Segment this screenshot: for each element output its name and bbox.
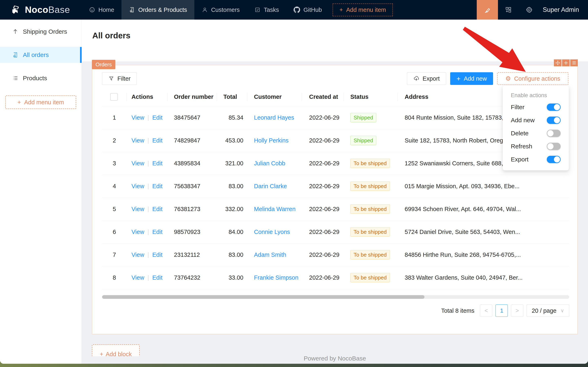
view-link[interactable]: View	[132, 274, 144, 281]
nav-item-label: GitHub	[303, 7, 322, 13]
row-actions: View|Edit	[126, 175, 168, 198]
add-block-button-clipped[interactable]: + Add block	[92, 344, 140, 356]
view-link[interactable]: View	[132, 251, 144, 258]
column-header-status[interactable]: Status	[344, 88, 397, 106]
column-header-order-number[interactable]: Order number	[168, 88, 217, 106]
view-link[interactable]: View	[132, 160, 144, 167]
pagination-next-button[interactable]: >	[511, 305, 523, 317]
ui-editor-button[interactable]	[477, 0, 498, 20]
view-link[interactable]: View	[132, 229, 144, 235]
nocobase-cube-icon	[11, 5, 22, 15]
edit-link[interactable]: Edit	[152, 183, 162, 189]
pagination-prev-button[interactable]: <	[480, 305, 492, 317]
view-link[interactable]: View	[132, 137, 144, 144]
add-new-button[interactable]: + Add new	[450, 72, 493, 85]
configure-actions-button[interactable]: ⚙ Configure actions	[497, 72, 568, 85]
drag-handle-icon[interactable]	[554, 59, 562, 66]
toggle-switch[interactable]	[547, 103, 561, 111]
customer-link[interactable]: Darin Clarke	[254, 183, 287, 189]
enable-action-label: Add new	[511, 117, 535, 124]
nav-item-home[interactable]: Home	[82, 0, 121, 20]
nocobase-logo[interactable]: NocoBase	[0, 0, 82, 20]
edit-link[interactable]: Edit	[152, 137, 162, 144]
nav-item-github[interactable]: GitHub	[286, 0, 329, 20]
enable-action-row[interactable]: Refresh	[503, 140, 569, 153]
row-actions: View|Edit	[126, 220, 168, 243]
status-cell: Shipped	[344, 129, 397, 152]
user-menu[interactable]: Super Admin	[540, 0, 588, 20]
page-size-select[interactable]: 20 / page ∨	[527, 305, 569, 317]
total-cell: 83.00	[217, 175, 247, 198]
table-toolbar: Filter Export + Add new	[102, 72, 568, 85]
column-header-created-at[interactable]: Created at	[302, 88, 344, 106]
table-row: 1 View|Edit 38475647 85.34 Leonard Hayes…	[102, 106, 569, 129]
chevron-down-icon: ∨	[560, 308, 564, 314]
customer-link[interactable]: Connie Lyons	[254, 229, 290, 235]
github-icon	[294, 7, 300, 13]
table-header-row: Actions Order number Total Customer Crea…	[102, 88, 569, 106]
export-button[interactable]: Export	[407, 72, 446, 85]
toggle-switch[interactable]	[547, 143, 561, 150]
plus-icon: +	[17, 99, 21, 106]
address-cell: 5724 Daniel Drive, Suite 563, 54403, Wen…	[397, 220, 569, 243]
customer-link[interactable]: Adam Smith	[254, 251, 286, 258]
nav-item-orders-products[interactable]: Orders & Products	[121, 0, 194, 20]
gear-icon	[526, 6, 533, 13]
customer-link[interactable]: Frankie Simpson	[254, 274, 299, 281]
column-header-total[interactable]: Total	[217, 88, 247, 106]
sidebar: Shipping Orders All orders Products + Ad…	[0, 20, 82, 364]
nav-item-tasks[interactable]: Tasks	[247, 0, 286, 20]
select-all-checkbox[interactable]	[110, 93, 118, 101]
add-block-icon[interactable]	[562, 59, 570, 66]
toggle-switch[interactable]	[547, 117, 561, 124]
row-actions: View|Edit	[126, 129, 168, 152]
block-menu-icon[interactable]	[570, 59, 578, 66]
customer-link[interactable]: Holly Perkins	[254, 137, 288, 144]
sidebar-item-all-orders[interactable]: All orders	[0, 47, 82, 63]
pagination-page-1[interactable]: 1	[496, 305, 508, 317]
view-link[interactable]: View	[132, 183, 144, 189]
order-number-cell: 38475647	[168, 106, 217, 129]
edit-link[interactable]: Edit	[152, 229, 162, 235]
status-cell: To be shipped	[344, 266, 397, 289]
edit-link[interactable]: Edit	[152, 251, 162, 258]
filter-button[interactable]: Filter	[102, 72, 137, 85]
column-header-actions[interactable]: Actions	[126, 88, 168, 106]
customer-link[interactable]: Julian Cobb	[254, 160, 285, 167]
status-cell: To be shipped	[344, 220, 397, 243]
column-header-customer[interactable]: Customer	[247, 88, 302, 106]
main-menu: Home Orders & Products Customers	[82, 0, 393, 20]
sidebar-item-shipping-orders[interactable]: Shipping Orders	[0, 24, 82, 40]
view-link[interactable]: View	[132, 206, 144, 212]
enable-action-row[interactable]: Add new	[503, 114, 569, 127]
toggle-switch[interactable]	[547, 130, 561, 137]
total-cell: 85.34	[217, 106, 247, 129]
scrollbar-thumb[interactable]	[102, 295, 424, 299]
status-badge: Shipped	[350, 136, 376, 145]
edit-link[interactable]: Edit	[152, 114, 162, 121]
edit-link[interactable]: Edit	[152, 206, 162, 212]
status-badge: Shipped	[350, 113, 376, 122]
enable-action-row[interactable]: Delete	[503, 127, 569, 140]
edit-link[interactable]: Edit	[152, 274, 162, 281]
enable-action-row[interactable]: Filter	[503, 101, 569, 114]
customer-link[interactable]: Leonard Hayes	[254, 114, 294, 121]
enable-action-row[interactable]: Export	[503, 153, 569, 166]
nav-item-customers[interactable]: Customers	[194, 0, 247, 20]
action-divider: |	[147, 183, 149, 189]
created-at-cell: 2022-06-29	[302, 129, 344, 152]
nav-add-menu-item-button[interactable]: + Add menu item	[333, 3, 393, 16]
orders-table-body: 1 View|Edit 38475647 85.34 Leonard Hayes…	[102, 106, 569, 289]
customer-link[interactable]: Melinda Warren	[254, 206, 296, 212]
edit-link[interactable]: Edit	[152, 160, 162, 167]
order-number-cell: 76381273	[168, 198, 217, 220]
block-designer-toolbar	[554, 59, 578, 66]
sidebar-add-menu-item-button[interactable]: + Add menu item	[5, 96, 76, 109]
plugin-manager-button[interactable]	[498, 0, 519, 20]
view-link[interactable]: View	[132, 114, 144, 121]
settings-button[interactable]	[519, 0, 540, 20]
sidebar-item-products[interactable]: Products	[0, 70, 82, 86]
toggle-switch[interactable]	[547, 156, 561, 163]
total-cell: 83.00	[217, 243, 247, 266]
table-row: 3 View|Edit 43895834 321.00 Julian Cobb …	[102, 152, 569, 175]
